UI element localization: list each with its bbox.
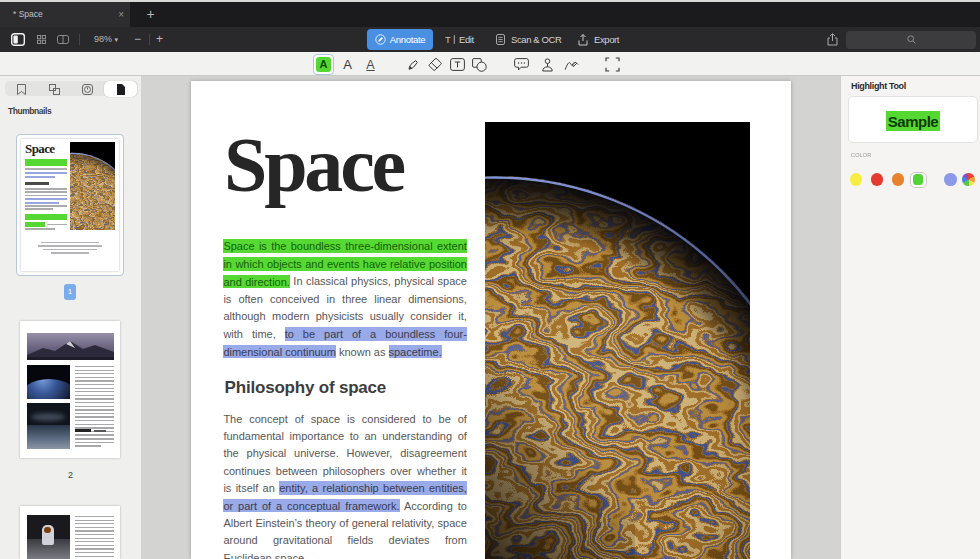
svg-text:T: T — [445, 34, 451, 45]
